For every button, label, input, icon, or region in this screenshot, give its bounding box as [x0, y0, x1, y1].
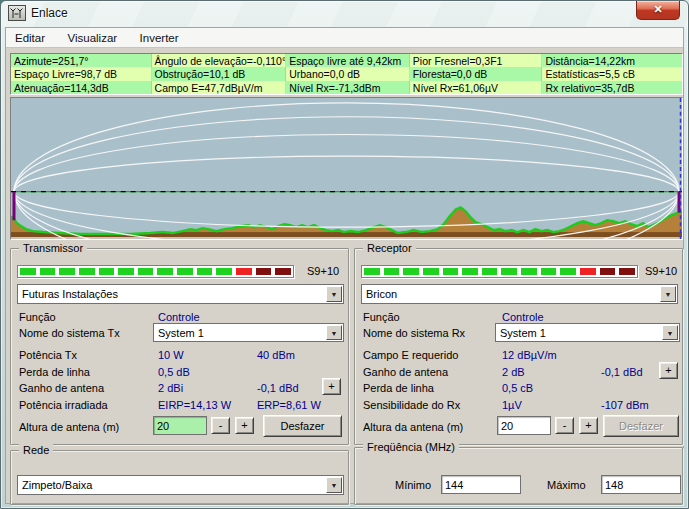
tx-lineloss-row: Perda de linha 0,5 dB	[19, 366, 344, 380]
tx-eirp-value: EIRP=14,13 W	[158, 399, 231, 411]
baseline-strip	[11, 237, 682, 239]
rx-system-value: System 1	[500, 327, 659, 339]
smeter-segment	[541, 268, 557, 275]
tx-gain-row: Ganho de antena 2 dBi -0,1 dBd	[19, 382, 344, 396]
rx-efield-label: Campo E requerido	[363, 349, 458, 361]
rx-height-input[interactable]	[497, 416, 551, 435]
tx-erp-value: ERP=8,61 W	[257, 399, 321, 411]
smeter-segment	[157, 268, 173, 275]
rx-sensitivity-uv: 1µV	[502, 399, 522, 411]
tx-gain-dbd: -0,1 dBd	[257, 382, 299, 394]
rx-efield-row: Campo E requerido 12 dBµV/m	[363, 349, 678, 363]
menu-bar: Editar Visualizar Inverter	[6, 28, 683, 48]
frequency-legend: Freqüência (MHz)	[363, 441, 459, 453]
rx-station-value: Bricon	[366, 288, 657, 300]
rx-height-plus-button[interactable]: +	[579, 417, 598, 434]
menu-item-inverter[interactable]: Inverter	[131, 29, 188, 44]
status-cell: Estatísticas=5,5 cB	[542, 67, 682, 80]
chevron-down-icon[interactable]: ▼	[662, 325, 678, 340]
rx-funcao-value: Controle	[502, 311, 544, 323]
status-row: Azimute=251,7°Ângulo de elevação=-0,110°…	[11, 54, 682, 67]
tx-height-minus-button[interactable]: -	[211, 417, 230, 434]
receiver-legend: Receptor	[363, 242, 416, 254]
tx-system-label: Nome do sistema Tx	[19, 327, 120, 339]
transmitter-legend: Transmissor	[19, 242, 87, 254]
tx-antenna-plus-button[interactable]: +	[322, 378, 341, 395]
tx-power-row: Potência Tx 10 W 40 dBm	[19, 349, 344, 363]
chevron-down-icon[interactable]: ▼	[660, 286, 676, 302]
smeter-segment	[600, 268, 616, 275]
network-select[interactable]: Zimpeto/Baixa ▼	[17, 475, 344, 495]
status-cell: Floresta=0,0 dB	[410, 67, 543, 80]
tx-radiated-label: Potência irradiada	[19, 399, 108, 411]
rx-gain-row: Ganho de antena 2 dB -0,1 dBd	[363, 366, 678, 380]
smeter-segment	[384, 268, 400, 275]
smeter-segment	[560, 268, 576, 275]
dialog-body: Azimute=251,7°Ângulo de elevação=-0,110°…	[6, 48, 683, 503]
rx-gain-dbd: -0,1 dBd	[601, 366, 643, 378]
tx-lineloss-value: 0,5 dB	[158, 366, 190, 378]
smeter-segment	[275, 268, 291, 275]
smeter-segment	[177, 268, 193, 275]
frequency-min-input[interactable]	[441, 475, 521, 494]
tx-undo-button[interactable]: Desfazer	[263, 415, 342, 437]
tx-lineloss-label: Perda de linha	[19, 366, 90, 378]
window-title: Enlace	[31, 6, 68, 20]
rx-lineloss-label: Perda de linha	[363, 382, 434, 394]
tx-station-select[interactable]: Futuras Instalações ▼	[17, 284, 344, 304]
close-button[interactable]: ✕	[636, 1, 680, 20]
smeter-segment	[79, 268, 95, 275]
frequency-min-label: Mínimo	[395, 479, 431, 491]
smeter-segment	[403, 268, 419, 275]
smeter-segment	[118, 268, 134, 275]
smeter-segment	[501, 268, 517, 275]
link-status-table: Azimute=251,7°Ângulo de elevação=-0,110°…	[10, 53, 683, 95]
tx-signal-meter	[17, 265, 294, 278]
smeter-segment	[364, 268, 380, 275]
status-cell: Espaço Livre=98,7 dB	[11, 67, 152, 80]
chevron-down-icon[interactable]: ▼	[326, 477, 342, 493]
network-group: Rede Zimpeto/Baixa ▼	[10, 450, 349, 505]
menu-item-visualizar[interactable]: Visualizar	[59, 29, 127, 44]
rx-lineloss-value: 0,5 cB	[502, 382, 533, 394]
rx-station-select[interactable]: Bricon ▼	[361, 284, 678, 304]
chevron-down-icon[interactable]: ▼	[326, 286, 342, 302]
tx-system-select[interactable]: System 1 ▼	[153, 323, 344, 342]
tx-gain-label: Ganho de antena	[19, 382, 104, 394]
rx-height-label: Altura da antena (m)	[363, 421, 463, 433]
transmitter-group: Transmissor S9+10 Futuras Instalações ▼ …	[10, 248, 349, 445]
smeter-segment	[236, 268, 252, 275]
network-value: Zimpeto/Baixa	[22, 479, 323, 491]
tx-power-watts: 10 W	[158, 349, 184, 361]
smeter-segment	[40, 268, 56, 275]
smeter-segment	[462, 268, 478, 275]
status-cell: Obstrução=10,1 dB	[152, 67, 287, 80]
smeter-segment	[216, 268, 232, 275]
status-cell: Azimute=251,7°	[11, 54, 152, 67]
rx-sensitivity-label: Sensibilidade do Rx	[363, 399, 460, 411]
menu-item-editar[interactable]: Editar	[6, 29, 54, 44]
rx-signal-meter	[361, 265, 638, 278]
status-cell: Atenuação=114,3dB	[11, 81, 152, 94]
link-window: Enlace ✕ Editar Visualizar Inverter Azim…	[0, 0, 689, 509]
rx-height-minus-button[interactable]: -	[555, 417, 574, 434]
frequency-max-input[interactable]	[601, 475, 681, 494]
antenna-app-icon	[8, 5, 26, 21]
tx-height-label: Altura de antena (m)	[19, 421, 119, 433]
tx-gain-dbi: 2 dBi	[158, 382, 183, 394]
status-cell: Pior Fresnel=0,3F1	[410, 54, 543, 67]
status-cell: Rx relativo=35,7dB	[542, 81, 682, 94]
titlebar[interactable]: Enlace ✕	[1, 1, 688, 27]
profile-chart[interactable]	[10, 97, 683, 240]
tx-height-input[interactable]	[153, 416, 207, 435]
rx-smeter-value: S9+10	[645, 265, 677, 277]
rx-gain-db: 2 dB	[502, 366, 525, 378]
tx-height-plus-button[interactable]: +	[235, 417, 254, 434]
chevron-down-icon[interactable]: ▼	[326, 325, 342, 340]
rx-antenna-plus-button[interactable]: +	[659, 362, 678, 379]
status-row: Espaço Livre=98,7 dBObstrução=10,1 dBUrb…	[11, 67, 682, 80]
smeter-segment	[482, 268, 498, 275]
rx-system-select[interactable]: System 1 ▼	[495, 323, 680, 342]
rx-undo-button: Desfazer	[603, 415, 679, 437]
status-cell: Ângulo de elevação=-0,110°	[152, 54, 287, 67]
